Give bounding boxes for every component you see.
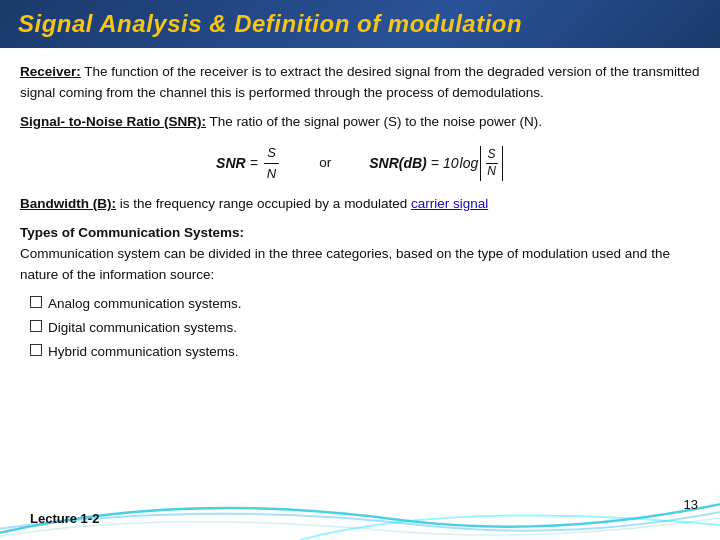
receiver-label: Receiver:: [20, 64, 81, 79]
slide: Signal Analysis & Definition of modulati…: [0, 0, 720, 540]
slide-content: Receiver: The function of the receiver i…: [0, 48, 720, 363]
fraction-sn: S N: [264, 143, 279, 184]
bullet-text-3: Hybrid communication systems.: [48, 342, 239, 363]
bullet-list: Analog communication systems. Digital co…: [30, 294, 700, 363]
snr-formula: SNR = S N: [216, 143, 281, 184]
snr-label: Signal- to-Noise Ratio (SNR):: [20, 114, 206, 129]
bullet-icon: [30, 296, 42, 308]
types-label: Types of Communication Systems:: [20, 225, 244, 240]
log-fraction: S N: [480, 146, 503, 180]
slide-title: Signal Analysis & Definition of modulati…: [18, 10, 522, 38]
bullet-icon: [30, 320, 42, 332]
bandwidth-label: Bandwidth (B):: [20, 196, 116, 211]
types-text: Communication system can be divided in t…: [20, 246, 670, 282]
list-item: Hybrid communication systems.: [30, 342, 700, 363]
footer: Lecture 1-2 13: [0, 480, 720, 540]
bullet-icon: [30, 344, 42, 356]
bandwidth-text: is the frequency range occupied by a mod…: [116, 196, 411, 211]
receiver-text: The function of the receiver is to extra…: [20, 64, 700, 100]
bandwidth-paragraph: Bandwidth (B): is the frequency range oc…: [20, 194, 700, 215]
snr-db-formula: SNR(dB) = 10 log S N: [369, 146, 504, 180]
page-number: 13: [684, 497, 698, 512]
snr-text: The ratio of the signal power (S) to the…: [206, 114, 542, 129]
bullet-text-2: Digital communication systems.: [48, 318, 237, 339]
formula-row: SNR = S N or SNR(dB) = 10 log S N: [20, 143, 700, 184]
or-separator: or: [319, 153, 331, 174]
types-paragraph: Types of Communication Systems: Communic…: [20, 223, 700, 286]
bullet-text-1: Analog communication systems.: [48, 294, 242, 315]
receiver-paragraph: Receiver: The function of the receiver i…: [20, 62, 700, 104]
list-item: Digital communication systems.: [30, 318, 700, 339]
slide-header: Signal Analysis & Definition of modulati…: [0, 0, 720, 48]
lecture-label: Lecture 1-2: [30, 511, 99, 526]
carrier-signal-link[interactable]: carrier signal: [411, 196, 488, 211]
snr-paragraph: Signal- to-Noise Ratio (SNR): The ratio …: [20, 112, 700, 133]
list-item: Analog communication systems.: [30, 294, 700, 315]
footer-decoration: [0, 480, 720, 540]
